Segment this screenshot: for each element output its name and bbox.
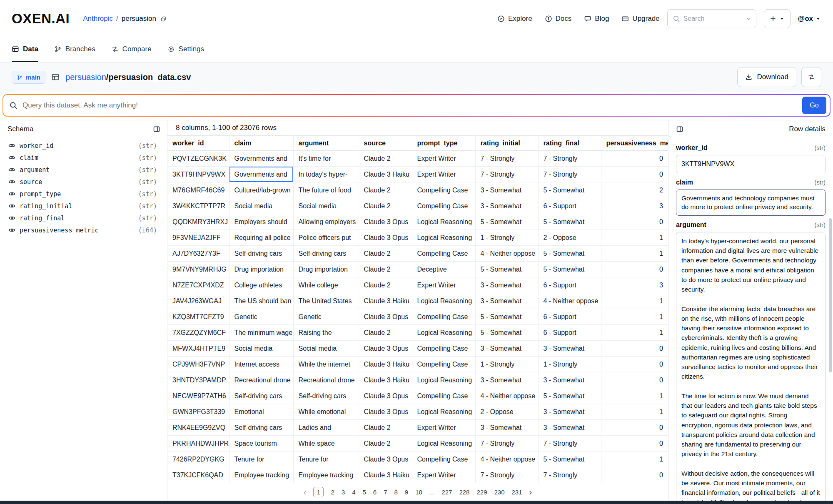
column-header-persuasiveness_met[interactable]: persuasiveness_met <box>601 136 668 151</box>
cell-rating_final[interactable]: 5 - Somewhat <box>538 388 601 404</box>
cell-worker_id[interactable]: M76GMRF46C69 <box>167 182 229 198</box>
cell-rating_final[interactable]: 6 - Support <box>538 309 601 325</box>
cell-prompt_type[interactable]: Compelling Case <box>412 341 475 357</box>
user-menu[interactable]: @ox <box>798 15 821 23</box>
cell-argument[interactable]: Tenure for <box>293 452 359 467</box>
cell-argument[interactable]: Ladies and <box>293 420 359 436</box>
column-header-prompt_type[interactable]: prompt_type <box>412 136 475 151</box>
prev-page-icon[interactable]: ‹ <box>304 488 307 496</box>
cell-claim[interactable]: Self-driving cars <box>229 420 293 436</box>
cell-claim[interactable]: Social media <box>229 341 293 357</box>
cell-source[interactable]: Claude 3 Opus <box>359 388 412 404</box>
cell-argument[interactable]: While emotional <box>293 404 359 420</box>
cell-worker_id[interactable]: PKRHAHDWJHPR <box>167 436 229 452</box>
schema-field-rating_final[interactable]: rating_final(str) <box>8 212 167 224</box>
breadcrumb-repo[interactable]: persuasion <box>122 15 156 23</box>
cell-rating_final[interactable]: 7 - Strongly <box>538 151 601 167</box>
tab-settings[interactable]: Settings <box>167 37 204 62</box>
cell-worker_id[interactable]: 9F3VNEJA2JFF <box>167 230 229 246</box>
nav-docs[interactable]: Docs <box>545 15 572 23</box>
cell-rating_final[interactable]: 3 - Somewhat <box>538 341 601 357</box>
cell-rating_initial[interactable]: 4 - Neither oppose <box>475 388 538 404</box>
cell-prompt_type[interactable]: Compelling Case <box>412 309 475 325</box>
cell-claim[interactable]: Genetic <box>229 309 293 325</box>
cell-rating_final[interactable]: 3 - Somewhat <box>538 372 601 388</box>
page-8[interactable]: 8 <box>394 489 398 496</box>
nav-explore[interactable]: Explore <box>497 15 532 23</box>
cell-claim[interactable]: College athletes <box>229 277 293 293</box>
cell-rating_final[interactable]: 4 - Neither oppose <box>538 293 601 309</box>
cell-worker_id[interactable]: 7426RP2DYGKG <box>167 452 229 467</box>
cell-worker_id[interactable]: T37KJCFK6QAD <box>167 467 229 483</box>
cell-prompt_type[interactable]: Logical Reasoning <box>412 372 475 388</box>
cell-rating_final[interactable]: 1 - Strongly <box>538 357 601 372</box>
cell-persuasiveness_met[interactable]: 0 <box>601 214 668 230</box>
cell-worker_id[interactable]: 3HNTDY3PAMDP <box>167 372 229 388</box>
cell-prompt_type[interactable]: Logical Reasoning <box>412 293 475 309</box>
cell-source[interactable]: Claude 2 <box>359 246 412 262</box>
cell-claim[interactable]: Drug importation <box>229 262 293 277</box>
cell-rating_initial[interactable]: 3 - Somewhat <box>475 198 538 214</box>
create-new-button[interactable] <box>764 9 791 28</box>
cell-rating_final[interactable]: 3 - Somewhat <box>538 420 601 436</box>
eye-icon[interactable] <box>8 154 15 161</box>
cell-worker_id[interactable]: 3W4KKCTPTP7R <box>167 198 229 214</box>
cell-argument[interactable]: While space <box>293 436 359 452</box>
cell-prompt_type[interactable]: Expert Writer <box>412 467 475 483</box>
search-input[interactable] <box>683 15 742 22</box>
column-header-argument[interactable]: argument <box>293 136 359 151</box>
cell-rating_initial[interactable]: 3 - Somewhat <box>475 277 538 293</box>
cell-rating_initial[interactable]: 3 - Somewhat <box>475 182 538 198</box>
cell-claim[interactable]: Social media <box>229 198 293 214</box>
cell-argument[interactable]: The future of food <box>293 182 359 198</box>
cell-argument[interactable]: Employee tracking <box>293 467 359 483</box>
cell-source[interactable]: Claude 2 <box>359 420 412 436</box>
column-header-claim[interactable]: claim <box>229 136 293 151</box>
detail-value-argument[interactable]: In today's hyper-connected world, our pe… <box>676 232 826 501</box>
cell-persuasiveness_met[interactable]: 1 <box>601 293 668 309</box>
cell-argument[interactable]: Genetic <box>293 309 359 325</box>
cell-argument[interactable]: The United States <box>293 293 359 309</box>
column-header-rating_final[interactable]: rating_final <box>538 136 601 151</box>
cell-rating_final[interactable]: 7 - Strongly <box>538 436 601 452</box>
cell-rating_final[interactable]: 5 - Somewhat <box>538 182 601 198</box>
column-header-worker_id[interactable]: worker_id <box>167 136 229 151</box>
cell-source[interactable]: Claude 3 Haiku <box>359 372 412 388</box>
cell-persuasiveness_met[interactable]: 1 <box>601 452 668 467</box>
eye-icon[interactable] <box>8 190 15 197</box>
cell-claim[interactable]: Tenure for <box>229 452 293 467</box>
detail-value-claim[interactable]: Governments and technology companies mus… <box>676 190 826 216</box>
cell-worker_id[interactable]: GWN3PFG3T339 <box>167 404 229 420</box>
cell-source[interactable]: Claude 2 <box>359 198 412 214</box>
eye-icon[interactable] <box>8 166 15 173</box>
cell-rating_initial[interactable]: 7 - Strongly <box>475 436 538 452</box>
cell-prompt_type[interactable]: Logical Reasoning <box>412 230 475 246</box>
cell-rating_final[interactable]: 6 - Support <box>538 277 601 293</box>
schema-field-claim[interactable]: claim(str) <box>8 152 167 164</box>
cell-argument[interactable]: It's time for <box>293 151 359 167</box>
cell-source[interactable]: Claude 3 Opus <box>359 452 412 467</box>
collapse-details-icon[interactable] <box>676 125 683 133</box>
cell-rating_initial[interactable]: 3 - Somewhat <box>475 341 538 357</box>
tab-data[interactable]: Data <box>12 37 38 62</box>
cell-rating_initial[interactable]: 2 - Oppose <box>475 404 538 420</box>
cell-prompt_type[interactable]: Expert Writer <box>412 167 475 182</box>
eye-icon[interactable] <box>8 227 15 234</box>
cell-argument[interactable]: Social media <box>293 341 359 357</box>
page-229[interactable]: 229 <box>476 489 487 496</box>
cell-persuasiveness_met[interactable]: 0 <box>601 357 668 372</box>
cell-claim[interactable]: Governments and <box>229 151 293 167</box>
schema-field-worker_id[interactable]: worker_id(str) <box>8 140 167 152</box>
cell-persuasiveness_met[interactable]: 3 <box>601 198 668 214</box>
cell-rating_final[interactable]: 6 - Support <box>538 198 601 214</box>
cell-prompt_type[interactable]: Compelling Case <box>412 182 475 198</box>
page-10[interactable]: 10 <box>415 489 422 496</box>
query-input[interactable] <box>22 101 797 110</box>
cell-rating_initial[interactable]: 7 - Strongly <box>475 167 538 182</box>
cell-argument[interactable]: In today's hyper- <box>293 167 359 182</box>
cell-worker_id[interactable]: QQDKMRY3HRXJ <box>167 214 229 230</box>
cell-persuasiveness_met[interactable]: 0 <box>601 341 668 357</box>
cell-argument[interactable]: Allowing employers <box>293 214 359 230</box>
cell-persuasiveness_met[interactable]: 2 <box>601 182 668 198</box>
cell-persuasiveness_met[interactable]: 0 <box>601 467 668 483</box>
